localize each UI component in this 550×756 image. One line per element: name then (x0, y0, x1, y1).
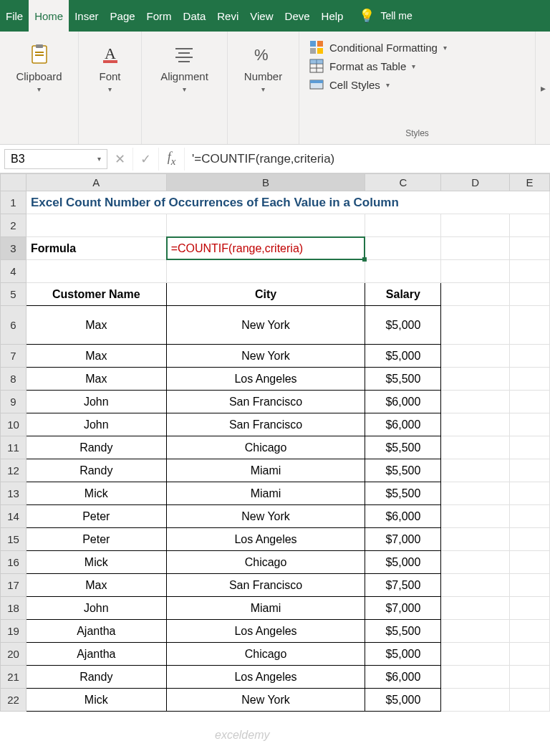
row-header-8[interactable]: 8 (1, 368, 26, 391)
select-all-corner[interactable] (1, 174, 26, 191)
data-cell-salary[interactable]: $5,500 (365, 620, 441, 643)
fx-button[interactable]: fx (159, 148, 185, 171)
data-cell-name[interactable]: John (26, 413, 166, 436)
cell[interactable] (510, 368, 550, 391)
data-cell-name[interactable]: Mick (26, 551, 166, 574)
row-header-21[interactable]: 21 (1, 666, 26, 689)
cell[interactable] (166, 260, 365, 283)
cell[interactable] (510, 237, 550, 260)
data-cell-city[interactable]: Miami (166, 482, 365, 505)
tab-review[interactable]: Revi (211, 0, 244, 32)
row-header-4[interactable]: 4 (1, 260, 26, 283)
tell-me[interactable]: 💡 Tell me (349, 0, 422, 32)
cell[interactable] (510, 643, 550, 666)
clipboard-button[interactable]: Clipboard ▾ (7, 37, 70, 97)
cell[interactable] (510, 391, 550, 413)
data-cell-city[interactable]: San Francisco (166, 391, 365, 413)
cell[interactable] (365, 214, 441, 237)
data-cell-city[interactable]: New York (166, 689, 365, 712)
cell[interactable] (26, 214, 166, 237)
cell[interactable] (510, 260, 550, 283)
data-cell-salary[interactable]: $7,000 (365, 528, 441, 551)
conditional-formatting-button[interactable]: Conditional Formatting ▾ (309, 40, 525, 54)
column-header-D[interactable]: D (441, 174, 510, 191)
cell[interactable] (441, 345, 510, 368)
row-header-12[interactable]: 12 (1, 459, 26, 482)
row-header-10[interactable]: 10 (1, 413, 26, 436)
data-cell-city[interactable]: Miami (166, 597, 365, 620)
cell[interactable] (510, 620, 550, 643)
row-header-9[interactable]: 9 (1, 391, 26, 413)
column-header-C[interactable]: C (365, 174, 441, 191)
data-cell-salary[interactable]: $5,500 (365, 482, 441, 505)
data-cell-salary[interactable]: $5,500 (365, 436, 441, 459)
cell[interactable] (510, 482, 550, 505)
font-button[interactable]: A Font ▾ (89, 37, 132, 97)
data-cell-city[interactable]: Miami (166, 459, 365, 482)
data-cell-city[interactable]: Los Angeles (166, 620, 365, 643)
cell[interactable] (166, 214, 365, 237)
cancel-formula-button[interactable]: ✕ (107, 148, 133, 171)
tab-home[interactable]: Home (29, 0, 69, 32)
row-header-13[interactable]: 13 (1, 482, 26, 505)
data-cell-city[interactable]: New York (166, 345, 365, 368)
data-cell-name[interactable]: Peter (26, 528, 166, 551)
table-header[interactable]: Customer Name (26, 283, 166, 306)
cell[interactable] (510, 505, 550, 528)
cell[interactable] (510, 306, 550, 345)
data-cell-salary[interactable]: $5,000 (365, 551, 441, 574)
cell[interactable] (510, 436, 550, 459)
format-as-table-button[interactable]: Format as Table ▾ (309, 59, 525, 73)
data-cell-city[interactable]: Los Angeles (166, 368, 365, 391)
cell[interactable] (510, 574, 550, 597)
data-cell-salary[interactable]: $6,000 (365, 413, 441, 436)
data-cell-city[interactable]: Chicago (166, 551, 365, 574)
row-header-6[interactable]: 6 (1, 306, 26, 345)
row-header-7[interactable]: 7 (1, 345, 26, 368)
cell[interactable] (26, 260, 166, 283)
column-header-E[interactable]: E (510, 174, 550, 191)
cell[interactable] (441, 260, 510, 283)
cell[interactable] (441, 391, 510, 413)
data-cell-salary[interactable]: $6,000 (365, 391, 441, 413)
cell[interactable] (510, 597, 550, 620)
cell[interactable] (510, 528, 550, 551)
formula-label-cell[interactable]: Formula (26, 237, 166, 260)
row-header-19[interactable]: 19 (1, 620, 26, 643)
data-cell-salary[interactable]: $5,000 (365, 643, 441, 666)
tab-formulas[interactable]: Form (141, 0, 178, 32)
data-cell-salary[interactable]: $6,000 (365, 505, 441, 528)
cell[interactable] (441, 643, 510, 666)
data-cell-city[interactable]: New York (166, 505, 365, 528)
row-header-1[interactable]: 1 (1, 191, 26, 214)
table-header[interactable]: Salary (365, 283, 441, 306)
cell[interactable] (441, 306, 510, 345)
data-cell-name[interactable]: Ajantha (26, 643, 166, 666)
title-cell[interactable]: Excel Count Number of Occurrences of Eac… (26, 191, 549, 214)
tab-data[interactable]: Data (178, 0, 212, 32)
data-cell-city[interactable]: Chicago (166, 436, 365, 459)
data-cell-salary[interactable]: $5,000 (365, 306, 441, 345)
data-cell-salary[interactable]: $7,500 (365, 574, 441, 597)
data-cell-city[interactable]: San Francisco (166, 574, 365, 597)
row-header-20[interactable]: 20 (1, 643, 26, 666)
data-cell-city[interactable]: San Francisco (166, 413, 365, 436)
row-header-18[interactable]: 18 (1, 597, 26, 620)
cell[interactable] (441, 459, 510, 482)
data-cell-salary[interactable]: $5,000 (365, 689, 441, 712)
cell[interactable] (510, 689, 550, 712)
alignment-button[interactable]: Alignment ▾ (152, 37, 217, 97)
cell[interactable] (441, 689, 510, 712)
tab-developer[interactable]: Deve (279, 0, 316, 32)
data-cell-name[interactable]: Max (26, 368, 166, 391)
data-cell-city[interactable]: Chicago (166, 643, 365, 666)
data-cell-salary[interactable]: $7,000 (365, 597, 441, 620)
row-header-14[interactable]: 14 (1, 505, 26, 528)
cell[interactable] (441, 482, 510, 505)
formula-input[interactable]: '=COUNTIF(range,criteria) (185, 149, 550, 169)
enter-formula-button[interactable]: ✓ (133, 148, 159, 171)
data-cell-salary[interactable]: $5,500 (365, 368, 441, 391)
data-cell-salary[interactable]: $6,000 (365, 666, 441, 689)
row-header-11[interactable]: 11 (1, 436, 26, 459)
row-header-2[interactable]: 2 (1, 214, 26, 237)
